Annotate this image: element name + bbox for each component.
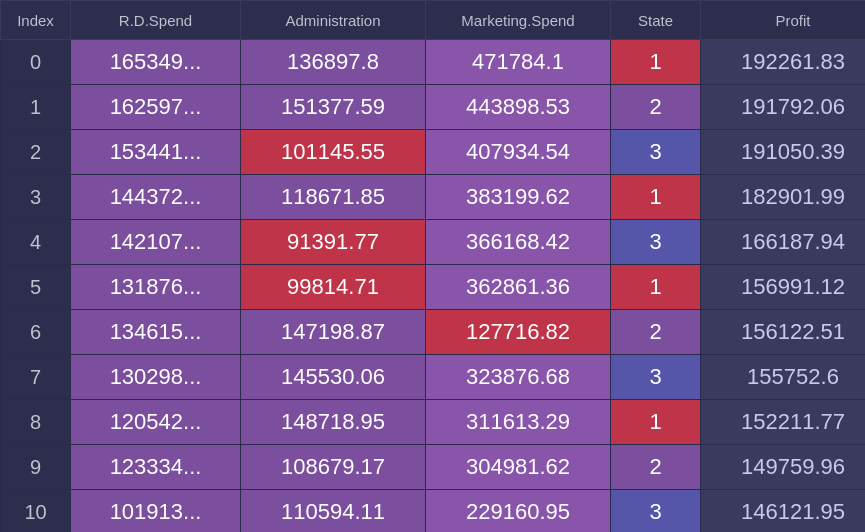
cell-rdspend: 144372... — [71, 175, 241, 220]
cell-administration: 151377.59 — [241, 85, 426, 130]
cell-rdspend: 101913... — [71, 490, 241, 533]
cell-state: 1 — [611, 400, 701, 445]
cell-administration: 99814.71 — [241, 265, 426, 310]
table-row: 1162597...151377.59443898.532191792.06 — [1, 85, 866, 130]
cell-profit: 146121.95 — [701, 490, 866, 533]
cell-index: 4 — [1, 220, 71, 265]
cell-index: 6 — [1, 310, 71, 355]
cell-marketing: 362861.36 — [426, 265, 611, 310]
cell-index: 2 — [1, 130, 71, 175]
cell-marketing: 311613.29 — [426, 400, 611, 445]
cell-index: 7 — [1, 355, 71, 400]
cell-state: 1 — [611, 265, 701, 310]
cell-administration: 91391.77 — [241, 220, 426, 265]
table-row: 8120542...148718.95311613.291152211.77 — [1, 400, 866, 445]
cell-state: 3 — [611, 220, 701, 265]
cell-index: 0 — [1, 40, 71, 85]
cell-marketing: 443898.53 — [426, 85, 611, 130]
cell-state: 3 — [611, 130, 701, 175]
cell-administration: 136897.8 — [241, 40, 426, 85]
cell-index: 8 — [1, 400, 71, 445]
cell-state: 3 — [611, 490, 701, 533]
cell-administration: 148718.95 — [241, 400, 426, 445]
cell-index: 3 — [1, 175, 71, 220]
header-marketing: Marketing.Spend — [426, 1, 611, 40]
cell-profit: 149759.96 — [701, 445, 866, 490]
cell-state: 2 — [611, 445, 701, 490]
cell-administration: 108679.17 — [241, 445, 426, 490]
table-row: 5131876...99814.71362861.361156991.12 — [1, 265, 866, 310]
table-row: 2153441...101145.55407934.543191050.39 — [1, 130, 866, 175]
table-row: 3144372...118671.85383199.621182901.99 — [1, 175, 866, 220]
table-row: 0165349...136897.8471784.11192261.83 — [1, 40, 866, 85]
cell-administration: 101145.55 — [241, 130, 426, 175]
cell-index: 10 — [1, 490, 71, 533]
table-row: 4142107...91391.77366168.423166187.94 — [1, 220, 866, 265]
cell-index: 9 — [1, 445, 71, 490]
cell-profit: 155752.6 — [701, 355, 866, 400]
cell-marketing: 323876.68 — [426, 355, 611, 400]
header-administration: Administration — [241, 1, 426, 40]
cell-rdspend: 153441... — [71, 130, 241, 175]
cell-administration: 110594.11 — [241, 490, 426, 533]
table-row: 7130298...145530.06323876.683155752.6 — [1, 355, 866, 400]
cell-index: 5 — [1, 265, 71, 310]
cell-marketing: 407934.54 — [426, 130, 611, 175]
cell-administration: 145530.06 — [241, 355, 426, 400]
cell-profit: 182901.99 — [701, 175, 866, 220]
cell-administration: 147198.87 — [241, 310, 426, 355]
cell-rdspend: 130298... — [71, 355, 241, 400]
table-row: 6134615...147198.87127716.822156122.51 — [1, 310, 866, 355]
cell-profit: 152211.77 — [701, 400, 866, 445]
cell-marketing: 383199.62 — [426, 175, 611, 220]
cell-index: 1 — [1, 85, 71, 130]
header-state: State — [611, 1, 701, 40]
cell-profit: 156122.51 — [701, 310, 866, 355]
cell-rdspend: 142107... — [71, 220, 241, 265]
header-profit: Profit — [701, 1, 866, 40]
table-row: 10101913...110594.11229160.953146121.95 — [1, 490, 866, 533]
cell-administration: 118671.85 — [241, 175, 426, 220]
cell-profit: 156991.12 — [701, 265, 866, 310]
cell-state: 2 — [611, 310, 701, 355]
cell-state: 1 — [611, 175, 701, 220]
cell-state: 3 — [611, 355, 701, 400]
cell-rdspend: 162597... — [71, 85, 241, 130]
cell-state: 2 — [611, 85, 701, 130]
cell-rdspend: 123334... — [71, 445, 241, 490]
cell-rdspend: 165349... — [71, 40, 241, 85]
cell-rdspend: 134615... — [71, 310, 241, 355]
cell-marketing: 366168.42 — [426, 220, 611, 265]
cell-marketing: 127716.82 — [426, 310, 611, 355]
cell-profit: 191792.06 — [701, 85, 866, 130]
cell-profit: 166187.94 — [701, 220, 866, 265]
table-row: 9123334...108679.17304981.622149759.96 — [1, 445, 866, 490]
cell-marketing: 304981.62 — [426, 445, 611, 490]
cell-marketing: 471784.1 — [426, 40, 611, 85]
cell-state: 1 — [611, 40, 701, 85]
cell-profit: 191050.39 — [701, 130, 866, 175]
cell-profit: 192261.83 — [701, 40, 866, 85]
cell-rdspend: 131876... — [71, 265, 241, 310]
header-rdspend: R.D.Spend — [71, 1, 241, 40]
cell-rdspend: 120542... — [71, 400, 241, 445]
header-index: Index — [1, 1, 71, 40]
cell-marketing: 229160.95 — [426, 490, 611, 533]
